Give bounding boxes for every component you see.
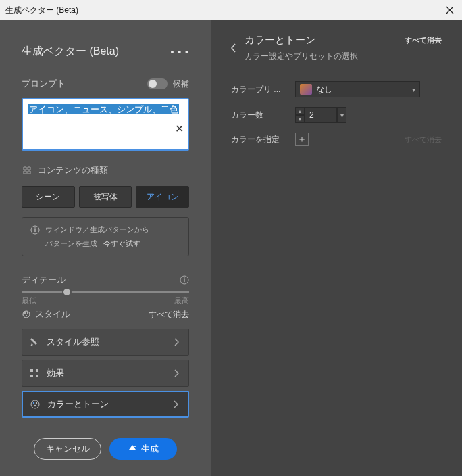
- svg-rect-2: [34, 229, 35, 232]
- svg-point-6: [23, 311, 30, 318]
- window-title: 生成ベクター (Beta): [5, 5, 78, 16]
- right-panel-subtitle: カラー設定やプリセットの選択: [245, 51, 358, 62]
- preset-label: カラープリ ...: [231, 84, 295, 95]
- detail-label: ディテール: [22, 274, 66, 286]
- try-now-link[interactable]: 今すぐ試す: [103, 239, 140, 247]
- nav-color-tone[interactable]: カラーとトーン: [22, 391, 189, 418]
- right-panel: カラーとトーン カラー設定やプリセットの選択 すべて消去 カラープリ ... な…: [211, 20, 462, 476]
- svg-rect-12: [30, 375, 33, 377]
- left-panel: 生成ベクター (Beta) • • • プロンプト 候補 アイコン、ニュース、シ…: [0, 20, 211, 476]
- content-type-label: コンテンツの種類: [38, 164, 108, 176]
- style-ref-icon: [29, 337, 40, 348]
- svg-rect-10: [30, 369, 33, 372]
- content-type-icon: [22, 165, 32, 176]
- color-count-label: カラー数: [231, 110, 295, 121]
- detail-slider[interactable]: [22, 291, 189, 293]
- palette-icon: [30, 399, 41, 410]
- style-label: スタイル: [35, 308, 70, 320]
- svg-rect-11: [36, 369, 38, 372]
- generate-icon: [128, 444, 137, 454]
- prompt-label: プロンプト: [22, 78, 66, 90]
- panel-menu-button[interactable]: • • •: [171, 47, 189, 57]
- generate-button[interactable]: 生成: [109, 438, 177, 460]
- slider-min-label: 最低: [22, 295, 36, 306]
- specify-clear-disabled: すべて消去: [405, 135, 442, 145]
- add-color-button[interactable]: ＋: [295, 133, 309, 146]
- panel-title: 生成ベクター (Beta): [22, 45, 119, 59]
- chevron-left-icon: [231, 43, 236, 53]
- specify-color-label: カラーを指定: [231, 134, 295, 145]
- titlebar: 生成ベクター (Beta): [0, 0, 462, 20]
- toggle-label: 候補: [173, 78, 189, 90]
- svg-point-16: [36, 402, 37, 404]
- pattern-info-box: ウィンドウ／生成パターンから パターンを生成 今すぐ試す: [22, 217, 189, 256]
- effects-icon: [29, 368, 40, 379]
- style-clear-all[interactable]: すべて消去: [149, 309, 189, 320]
- chevron-right-icon: [174, 369, 179, 377]
- nav-effects[interactable]: 効果: [22, 360, 189, 387]
- cancel-button[interactable]: キャンセル: [34, 438, 101, 460]
- right-panel-title: カラーとトーン: [245, 34, 358, 47]
- type-subject-button[interactable]: 被写体: [79, 186, 132, 208]
- info-icon: [30, 225, 40, 235]
- svg-point-15: [33, 402, 34, 404]
- back-button[interactable]: カラーとトーン カラー設定やプリセットの選択: [231, 34, 358, 62]
- type-icon-button[interactable]: アイコン: [136, 186, 189, 208]
- suggestions-toggle[interactable]: [147, 78, 168, 89]
- svg-point-18: [134, 446, 136, 447]
- svg-point-14: [31, 400, 39, 408]
- prompt-input[interactable]: アイコン、ニュース、シンプル、二色: [22, 98, 189, 151]
- chevron-right-icon: [174, 338, 179, 346]
- chevron-down-icon: ▾: [412, 86, 415, 93]
- svg-rect-13: [36, 375, 38, 377]
- svg-point-9: [26, 315, 27, 316]
- svg-point-17: [34, 405, 36, 406]
- svg-point-8: [27, 312, 28, 314]
- right-clear-all[interactable]: すべて消去: [405, 35, 442, 45]
- count-up-button[interactable]: ▲: [295, 107, 305, 115]
- preset-swatch-icon: [300, 84, 312, 95]
- svg-rect-5: [184, 279, 184, 282]
- chevron-right-icon: [173, 400, 178, 408]
- svg-point-7: [24, 312, 26, 314]
- slider-max-label: 最高: [174, 295, 189, 306]
- style-icon: [22, 310, 31, 319]
- type-scene-button[interactable]: シーン: [22, 186, 75, 208]
- close-button[interactable]: [443, 3, 457, 17]
- color-count-input[interactable]: [305, 107, 337, 123]
- svg-point-4: [184, 277, 185, 279]
- count-dropdown-button[interactable]: ▾: [337, 107, 346, 123]
- svg-point-1: [34, 227, 36, 229]
- nav-style-reference[interactable]: スタイル参照: [22, 329, 189, 356]
- color-preset-select[interactable]: なし ▾: [295, 81, 420, 97]
- detail-info-icon[interactable]: [180, 275, 189, 285]
- count-down-button[interactable]: ▼: [295, 115, 305, 123]
- clear-prompt-button[interactable]: ✕: [175, 122, 184, 135]
